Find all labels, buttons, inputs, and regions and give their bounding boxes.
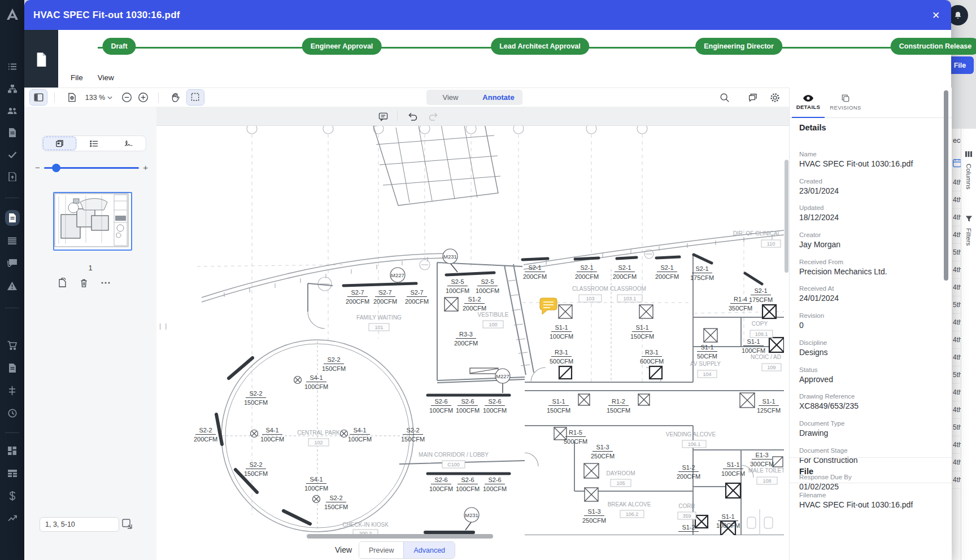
close-icon[interactable]: ✕ <box>929 8 943 23</box>
sidebar-item-hierarchy-icon[interactable] <box>0 80 24 97</box>
background-table-row: 4th <box>951 349 961 366</box>
sidebar-item-warning-icon[interactable] <box>0 277 24 294</box>
sidebar-item-grid-icon[interactable] <box>0 442 24 459</box>
viewer-horizontal-scrollbar[interactable] <box>307 534 493 539</box>
thumbnail-zoom-slider[interactable]: − + <box>35 162 148 173</box>
signature-mode-button[interactable] <box>111 136 146 151</box>
workflow-stage-lead-architect-approval[interactable]: Lead Architect Approval <box>491 38 589 55</box>
svg-text:CORR: CORR <box>678 503 695 509</box>
sidebar-item-upload-icon[interactable] <box>0 168 24 185</box>
page-thumbnail[interactable] <box>53 192 132 251</box>
sidebar-item-check-icon[interactable] <box>0 146 24 163</box>
more-options-icon[interactable] <box>101 281 111 285</box>
tab-view[interactable]: View <box>426 93 474 102</box>
columns-icon[interactable] <box>965 150 973 158</box>
svg-text:R1-2: R1-2 <box>612 398 625 405</box>
sidebar-item-cart-icon[interactable] <box>0 337 24 354</box>
svg-text:50CFM: 50CFM <box>697 353 717 360</box>
workflow-stage-engineer-approval[interactable]: Engineer Approval <box>302 38 382 55</box>
svg-text:S2-2: S2-2 <box>329 495 342 501</box>
detail-field: Revision0 <box>799 312 943 339</box>
notifications-bell-icon[interactable] <box>951 5 968 25</box>
page-fit-button[interactable] <box>64 90 80 105</box>
svg-text:R3-3: R3-3 <box>459 331 473 338</box>
sidebar-item-list-icon[interactable] <box>0 58 24 75</box>
sidebar-item-dollar-icon[interactable] <box>0 487 24 504</box>
sidebar-item-rows-icon[interactable] <box>0 232 24 249</box>
background-page: File ece 4th4th4th4th5th4th4th5th4th4th4… <box>951 0 976 560</box>
tab-annotate[interactable]: Annotate <box>474 93 522 102</box>
filters-icon[interactable] <box>965 215 973 222</box>
revisions-icon <box>842 94 849 102</box>
trash-icon[interactable] <box>80 278 88 288</box>
svg-text:S2-2: S2-2 <box>199 427 212 434</box>
bottom-tab-preview[interactable]: Preview <box>359 542 403 558</box>
panel-resize-handle[interactable]: ❘❘ <box>158 322 169 330</box>
svg-text:CHECK-IN KIOSK: CHECK-IN KIOSK <box>342 522 389 528</box>
sidebar-divider <box>5 308 19 308</box>
pages-mode-button[interactable] <box>42 136 77 151</box>
svg-text:103.1: 103.1 <box>624 296 637 301</box>
svg-text:150CFM: 150CFM <box>607 407 630 414</box>
tab-details[interactable]: DETAILS <box>790 88 827 117</box>
svg-text:S2-5: S2-5 <box>481 278 494 285</box>
svg-text:MALE TOILET: MALE TOILET <box>748 467 784 474</box>
marquee-select-button[interactable] <box>187 90 204 105</box>
filters-rail-label[interactable]: Filters <box>965 228 972 246</box>
svg-text:100CFM: 100CFM <box>721 470 745 477</box>
svg-text:100CFM: 100CFM <box>476 287 499 294</box>
svg-text:109: 109 <box>767 365 775 370</box>
modal-scrollbar[interactable] <box>944 90 948 281</box>
gear-icon[interactable] <box>767 90 783 105</box>
viewer-vertical-scrollbar[interactable] <box>785 160 788 273</box>
svg-text:S2-2: S2-2 <box>249 461 262 468</box>
sidebar-item-sliders-icon[interactable] <box>0 382 24 399</box>
slider-knob[interactable] <box>52 164 60 172</box>
rotate-page-icon[interactable] <box>58 278 67 288</box>
sidebar-item-trend-icon[interactable] <box>0 510 24 527</box>
menu-view[interactable]: View <box>98 73 114 82</box>
drawing-canvas[interactable]: M231M227M227M231 S2-7200CFMS2-7200CFMS2-… <box>156 125 784 535</box>
comment-tool-icon[interactable] <box>376 109 390 124</box>
sidebar-item-clock-icon[interactable] <box>0 405 24 422</box>
svg-text:S2-6: S2-6 <box>488 476 501 483</box>
svg-text:S2-1: S2-1 <box>754 287 767 294</box>
background-table-row: 5th <box>951 366 961 384</box>
slider-plus-icon[interactable]: + <box>143 163 148 172</box>
sidebar-item-document-icon[interactable] <box>0 360 24 377</box>
zoom-in-button[interactable] <box>136 90 150 105</box>
file-section-heading: File <box>799 467 813 476</box>
annotation-comment-pin[interactable] <box>540 298 557 314</box>
svg-text:100CFM: 100CFM <box>429 485 453 492</box>
comments-icon[interactable] <box>744 90 760 105</box>
workflow-stage-engineering-director[interactable]: Engineering Director <box>695 38 782 55</box>
page-range-input[interactable]: 1, 3, 5-10 <box>40 517 119 532</box>
sidebar-item-users-icon[interactable] <box>0 102 24 119</box>
search-icon[interactable] <box>717 90 733 105</box>
workflow-stage-draft[interactable]: Draft <box>102 38 136 55</box>
workflow-stage-construction-release[interactable]: Construction Release <box>891 38 976 55</box>
zoom-out-button[interactable] <box>119 90 134 105</box>
svg-text:106.2: 106.2 <box>626 511 639 517</box>
app-logo-icon[interactable] <box>4 5 21 23</box>
toggle-sidebar-button[interactable] <box>30 90 47 105</box>
sidebar-item-document-icon[interactable] <box>0 209 24 226</box>
tab-revisions[interactable]: REVISIONS <box>827 88 864 117</box>
zoom-level-dropdown[interactable]: 133 % <box>84 90 114 105</box>
columns-rail-label[interactable]: Columns <box>965 164 972 189</box>
background-file-button[interactable]: File <box>951 56 974 74</box>
outline-mode-button[interactable] <box>77 136 111 151</box>
background-table-row: 5th <box>951 244 961 261</box>
document-tab[interactable] <box>24 30 58 89</box>
sidebar-item-table-icon[interactable] <box>0 465 24 482</box>
sidebar-item-chat-icon[interactable] <box>0 255 24 272</box>
slider-minus-icon[interactable]: − <box>35 163 40 172</box>
bottom-tab-advanced[interactable]: Advanced <box>403 542 455 558</box>
app-sidebar <box>0 0 24 560</box>
menu-file[interactable]: File <box>71 73 83 82</box>
sidebar-item-document-icon[interactable] <box>0 124 24 141</box>
apply-page-range-icon[interactable] <box>121 518 134 531</box>
pan-hand-button[interactable] <box>167 90 184 105</box>
redo-icon[interactable] <box>426 109 441 124</box>
undo-icon[interactable] <box>405 109 420 124</box>
